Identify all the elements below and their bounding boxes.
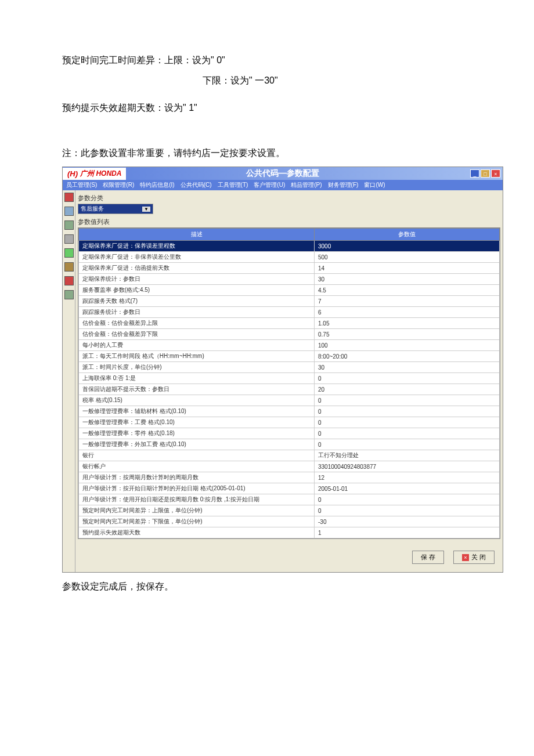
cell-description: 一般修理管理费率：工费 格式(0.10) [79, 417, 315, 428]
cell-description: 派工：每天工作时间段 格式（HH:mm~HH:mm) [79, 351, 315, 362]
chevron-down-icon: ▼ [142, 207, 150, 212]
header-value: 参数值 [315, 229, 500, 241]
table-row[interactable]: 预定时间内完工时间差异：下限值，单位(分钟)-30 [79, 516, 500, 527]
sidebar-icon[interactable] [64, 248, 74, 258]
maximize-button[interactable]: □ [481, 169, 490, 178]
menu-item[interactable]: 权限管理(R) [103, 181, 134, 189]
table-row[interactable]: 用户等级计算：按周期月数计算时的周期月数12 [79, 472, 500, 483]
table-row[interactable]: 银行帐户330100040924803877 [79, 461, 500, 472]
table-row[interactable]: 用户等级计算：按开始日期计算时的开始日期 格式(2005-01-01)2005-… [79, 483, 500, 494]
cell-description: 跟踪服务统计：参数日 [79, 307, 315, 318]
table-row[interactable]: 跟踪服务天数 格式(7)7 [79, 296, 500, 307]
menu-item[interactable]: 工具管理(T) [218, 181, 248, 189]
cell-description: 估价金额：估价金额差异上限 [79, 318, 315, 329]
close-button[interactable]: × 关 闭 [453, 551, 495, 564]
cell-value: 工行不知分理处 [315, 450, 500, 461]
cell-description: 定期保养统计：参数日 [79, 274, 315, 285]
table-row[interactable]: 预约提示失效超期天数1 [79, 527, 500, 538]
cell-description: 定期保养来厂促进：信函提前天数 [79, 263, 315, 274]
cell-value: 0.75 [315, 329, 500, 340]
table-row[interactable]: 服务覆盖率 参数(格式:4.5)4.5 [79, 285, 500, 296]
table-row[interactable]: 一般修理管理费率：零件 格式(0.18)0 [79, 428, 500, 439]
sidebar-icon[interactable] [64, 234, 74, 244]
table-row[interactable]: 银行工行不知分理处 [79, 450, 500, 461]
table-row[interactable]: 用户等级计算：使用开始日期还是按周期月数 0:按月数 ,1:按开始日期0 [79, 494, 500, 505]
cell-value: 330100040924803877 [315, 461, 500, 472]
table-row[interactable]: 定期保养统计：参数日30 [79, 274, 500, 285]
minimize-button[interactable]: _ [470, 169, 479, 178]
cell-description: 一般修理管理费率：零件 格式(0.18) [79, 428, 315, 439]
table-row[interactable]: 一般修理管理费率：工费 格式(0.10)0 [79, 417, 500, 428]
brand-logo: (H) 广州 HONDA [63, 168, 126, 180]
table-row[interactable]: 估价金额：估价金额差异下限0.75 [79, 329, 500, 340]
cell-value: 0 [315, 505, 500, 516]
menu-item[interactable]: 员工管理(S) [66, 181, 97, 189]
header-description: 描述 [79, 229, 315, 241]
cell-description: 预约提示失效超期天数 [79, 527, 315, 538]
dropdown-value: 售后服务 [81, 205, 104, 213]
cell-description: 定期保养来厂促进：保养误差里程数 [79, 241, 315, 252]
category-dropdown[interactable]: 售后服务 ▼ [78, 204, 153, 214]
menu-item[interactable]: 公共代码(C) [181, 181, 212, 189]
cell-value: 100 [315, 340, 500, 351]
cell-value: 2005-01-01 [315, 483, 500, 494]
table-row[interactable]: 派工：每天工作时间段 格式（HH:mm~HH:mm)8:00~20:00 [79, 351, 500, 362]
cell-value: 0 [315, 417, 500, 428]
save-button[interactable]: 保 存 [412, 551, 444, 564]
cell-description: 估价金额：估价金额差异下限 [79, 329, 315, 340]
cell-value: 1 [315, 527, 500, 538]
sidebar-icon[interactable] [64, 207, 74, 216]
cell-description: 服务覆盖率 参数(格式:4.5) [79, 285, 315, 296]
instruction-text-3: 预约提示失效超期天数：设为" 1" [62, 100, 534, 117]
cell-value: 0 [315, 428, 500, 439]
brand-text: 广州 HONDA [80, 169, 121, 179]
section-label-category: 参数分类 [78, 193, 500, 204]
honda-h-icon: (H) [67, 169, 78, 178]
close-label: 关 闭 [471, 553, 486, 562]
menu-item[interactable]: 精品管理(P) [291, 181, 322, 189]
save-label: 保 存 [421, 553, 435, 562]
cell-value: 500 [315, 252, 500, 263]
table-row[interactable]: 定期保养来厂促进：信函提前天数14 [79, 263, 500, 274]
cell-value: 0 [315, 395, 500, 406]
cell-value: 0 [315, 406, 500, 417]
cell-description: 派工：时间片长度，单位(分钟) [79, 362, 315, 373]
table-row[interactable]: 跟踪服务统计：参数日6 [79, 307, 500, 318]
instruction-text-2: 下限：设为" 一30" [62, 73, 534, 89]
cell-value: 14 [315, 263, 500, 274]
cell-description: 跟踪服务天数 格式(7) [79, 296, 315, 307]
cell-description: 定期保养来厂促进：非保养误差公里数 [79, 252, 315, 263]
menu-item[interactable]: 窗口(W) [364, 181, 385, 189]
table-row[interactable]: 一般修理管理费率：外加工费 格式(0.10)0 [79, 439, 500, 450]
cell-description: 用户等级计算：按周期月数计算时的周期月数 [79, 472, 315, 483]
sidebar-icon[interactable] [64, 290, 74, 299]
table-row[interactable]: 预定时间内完工时间差异：上限值，单位(分钟)0 [79, 505, 500, 516]
cell-value: 3000 [315, 241, 500, 252]
cell-value: 20 [315, 384, 500, 395]
close-window-button[interactable]: × [491, 169, 500, 178]
sidebar-icon[interactable] [64, 262, 74, 272]
table-row[interactable]: 上海联保率 0:否 1:是0 [79, 373, 500, 384]
menu-item[interactable]: 客户管理(U) [254, 181, 285, 189]
table-row[interactable]: 每小时的人工费100 [79, 340, 500, 351]
table-row[interactable]: 首保回访超期不提示天数：参数日20 [79, 384, 500, 395]
table-row[interactable]: 估价金额：估价金额差异上限1.05 [79, 318, 500, 329]
menu-item[interactable]: 财务管理(F) [328, 181, 359, 189]
cell-value: 0 [315, 373, 500, 384]
parameter-table: 描述 参数值 定期保养来厂促进：保养误差里程数3000定期保养来厂促进：非保养误… [78, 227, 500, 539]
cell-description: 银行帐户 [79, 461, 315, 472]
table-row[interactable]: 派工：时间片长度，单位(分钟)30 [79, 362, 500, 373]
sidebar-icon[interactable] [64, 276, 74, 285]
table-row[interactable]: 税率 格式(0.15)0 [79, 395, 500, 406]
menu-item[interactable]: 特约店信息(I) [140, 181, 174, 189]
sidebar-icon[interactable] [64, 220, 74, 230]
cell-value: 6 [315, 307, 500, 318]
cell-description: 税率 格式(0.15) [79, 395, 315, 406]
table-row[interactable]: 定期保养来厂促进：非保养误差公里数500 [79, 252, 500, 263]
instruction-text-1: 预定时间完工时间差异：上限：设为" 0" [62, 52, 534, 69]
table-row[interactable]: 一般修理管理费率：辅助材料 格式(0.10)0 [79, 406, 500, 417]
table-row[interactable]: 定期保养来厂促进：保养误差里程数3000 [79, 241, 500, 252]
cell-value: 0 [315, 439, 500, 450]
cell-description: 每小时的人工费 [79, 340, 315, 351]
sidebar-icon[interactable] [64, 193, 74, 202]
